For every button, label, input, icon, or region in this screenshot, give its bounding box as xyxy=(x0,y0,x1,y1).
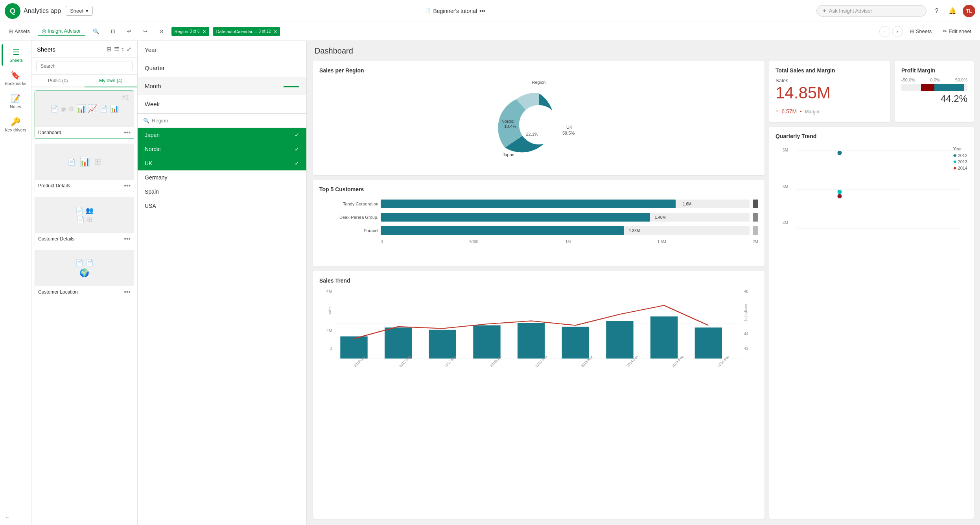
sales-trend-card: Sales Trend 4M Sales 2M 0 xyxy=(313,271,764,519)
region-chip-count: 3 of 6 xyxy=(190,29,199,33)
svg-rect-17 xyxy=(518,323,545,359)
sidebar-item-bookmarks[interactable]: 🔖 Bookmarks xyxy=(2,67,30,89)
sheet-card-footer-dashboard: Dashboard ••• xyxy=(35,126,134,139)
profit-axis-mid: 0.0% xyxy=(930,78,940,82)
insight-advisor-search[interactable]: ✦ Ask Insight Advisor xyxy=(816,5,927,17)
list-view-icon[interactable]: ☰ xyxy=(114,46,119,53)
sheets-title: Sheets xyxy=(37,46,55,53)
sidebar-item-notes[interactable]: 📝 Notes xyxy=(2,91,30,112)
bar-fill-tandy: 1.6M xyxy=(381,200,676,208)
app-logo[interactable]: Q Analytics app xyxy=(5,3,61,19)
right-y-48: 48 xyxy=(744,289,748,294)
search-input[interactable] xyxy=(36,61,133,71)
sheet-label-dashboard: Dashboard xyxy=(38,130,61,135)
date-chip-close[interactable]: × xyxy=(274,28,277,35)
axis-2m: 2M xyxy=(753,240,758,244)
profit-percent: 44.2% xyxy=(901,93,967,104)
top5-customers-card: Top 5 Customers Tandy Corporation 1.6M xyxy=(313,180,764,266)
qlik-logo-icon: Q xyxy=(5,3,20,19)
uk-checkmark: ✓ xyxy=(295,160,299,166)
legend-2014-label: 2014 xyxy=(958,166,967,170)
assets-button[interactable]: ⊞ Assets xyxy=(5,27,34,36)
sheets-button[interactable]: ⊞ Sheets xyxy=(906,27,936,36)
x-label-feb12: 2012-Feb xyxy=(398,355,412,368)
forward-button[interactable]: ↪ xyxy=(139,27,151,36)
svg-rect-16 xyxy=(473,325,500,359)
preview-chart2-icon: 📊 xyxy=(110,104,119,113)
bar-track-deak: 1.46M xyxy=(381,213,750,222)
region-item-japan[interactable]: Japan ✓ xyxy=(138,128,306,142)
sheet-card-footer-customer: Customer Details ••• xyxy=(35,233,134,245)
sales-trend-y-axis: 4M Sales 2M 0 xyxy=(319,288,333,359)
avatar[interactable]: TL xyxy=(963,5,975,17)
topbar: Q Analytics app Sheet ▾ 📄 Beginner's tut… xyxy=(0,0,980,22)
region-search-label: Region xyxy=(152,118,168,124)
clear-button[interactable]: ⊘ xyxy=(155,27,168,36)
y-axis-4m: 4M xyxy=(326,289,332,294)
margin-row: - 6.57M • Margin xyxy=(776,105,884,116)
sheet-more-dashboard[interactable]: ••• xyxy=(124,129,131,136)
region-item-spain[interactable]: Spain xyxy=(138,185,306,199)
sales-metric: Sales 14.85M xyxy=(776,78,884,102)
tab-my-own[interactable]: My own (4) xyxy=(85,75,138,87)
expand-icon[interactable]: ⤢ xyxy=(127,46,132,53)
region-item-usa[interactable]: USA xyxy=(138,199,306,213)
smart-search-button[interactable]: 🔍 xyxy=(89,27,103,36)
sheet-card-dashboard[interactable]: 📄 ◉ #1 ⚙ 📊 📈 📄 📊 Dashboard ••• xyxy=(35,91,134,139)
region-search[interactable]: 🔍 Region xyxy=(138,114,306,128)
region-chip-close[interactable]: × xyxy=(203,28,206,35)
sheet-preview-product: 📄 📊 ⊞ xyxy=(35,144,134,179)
axis-1-5m: 1.5M xyxy=(658,240,666,244)
preview-page-cust-icon: 📄 xyxy=(76,207,83,214)
year-filter-item[interactable]: Year xyxy=(138,41,306,59)
notifications-icon[interactable]: 🔔 xyxy=(947,6,958,17)
sheet-card-product[interactable]: 📄 📊 ⊞ Product Details ••• xyxy=(35,144,134,192)
date-filter-chip[interactable]: Date.autoCalendar.... 3 of 12 × xyxy=(213,27,280,36)
next-sheet-button[interactable]: › xyxy=(892,26,903,37)
selection-button[interactable]: ⊡ xyxy=(107,27,119,36)
edit-icon: ✏ xyxy=(943,28,947,34)
quarter-filter-item[interactable]: Quarter xyxy=(138,59,306,77)
region-item-uk[interactable]: UK ✓ xyxy=(138,156,306,170)
sheet-more-location[interactable]: ••• xyxy=(124,288,131,296)
tutorial-button[interactable]: 📄 Beginner's tutorial ••• xyxy=(424,8,485,14)
sidebar-item-sheets[interactable]: ☰ Sheets xyxy=(2,44,30,66)
sheet-selector[interactable]: Sheet ▾ xyxy=(66,6,93,16)
sales-trend-svg xyxy=(333,288,742,359)
svg-point-3 xyxy=(519,105,558,144)
sheet-more-product[interactable]: ••• xyxy=(124,182,131,189)
sheet-card-customer[interactable]: 📄 👥 📄 ⊞ Customer Details ••• xyxy=(35,197,134,245)
region-item-nordic[interactable]: Nordic ✓ xyxy=(138,142,306,156)
sidebar-item-key-drivers[interactable]: 🔑 Key drivers xyxy=(2,114,30,135)
month-filter-item[interactable]: Month xyxy=(138,77,306,95)
tab-public[interactable]: Public (0) xyxy=(31,75,85,87)
svg-point-26 xyxy=(838,190,842,194)
insight-advisor-button[interactable]: ◎ Insight Advisor xyxy=(38,26,85,36)
legend-2012: ◆ 2012 xyxy=(953,153,967,158)
svg-rect-19 xyxy=(606,321,633,359)
prev-sheet-button[interactable]: ‹ xyxy=(879,26,890,37)
grid-view-icon[interactable]: ⊞ xyxy=(107,46,112,53)
profit-axis-left: -50.0% xyxy=(901,78,915,82)
bar-value-deak: 1.46M xyxy=(655,215,666,220)
preview-page-icon: 📄 xyxy=(50,105,58,113)
forward-icon: ↪ xyxy=(143,28,147,34)
week-filter-item[interactable]: Week xyxy=(138,95,306,113)
top-cards-row: Total Sales and Margin Sales 14.85M - 6.… xyxy=(769,61,974,122)
region-filter-chip[interactable]: Region 3 of 6 × xyxy=(171,27,209,36)
dashboard-grid: Sales per Region Region xyxy=(307,61,980,525)
sidebar: ☰ Sheets 🔖 Bookmarks 📝 Notes 🔑 Key drive… xyxy=(0,41,31,525)
profit-axis: -50.0% 0.0% 50.0% xyxy=(901,78,967,82)
help-icon[interactable]: ? xyxy=(931,6,942,17)
sheet-card-location[interactable]: 📄 📄 🌍 Customer Location ••• xyxy=(35,250,134,298)
sheet-more-customer[interactable]: ••• xyxy=(124,235,131,242)
sort-icon[interactable]: ↕ xyxy=(122,46,125,53)
edit-sheet-button[interactable]: ✏ Edit sheet xyxy=(939,27,975,36)
preview-line-icon: 📈 xyxy=(88,104,98,113)
region-item-germany[interactable]: Germany xyxy=(138,170,306,185)
back-button[interactable]: ↩ xyxy=(123,27,135,36)
legend-2014-dot: ◆ xyxy=(953,165,956,170)
sales-trend-title: Sales Trend xyxy=(319,277,758,284)
bar-chart: Tandy Corporation 1.6M Deak-Perera Group… xyxy=(319,196,758,247)
svg-rect-20 xyxy=(650,316,678,359)
